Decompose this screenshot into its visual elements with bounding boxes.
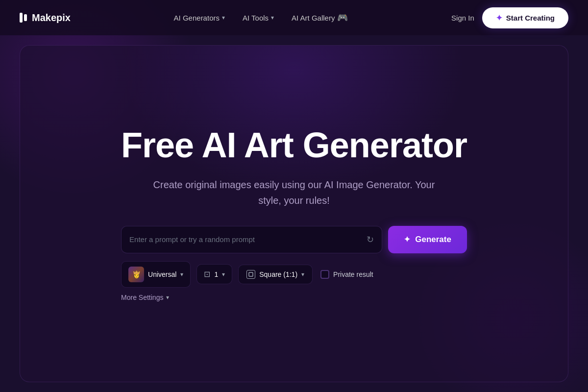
- chevron-down-icon: ▾: [222, 14, 225, 21]
- generate-sparkle-icon: ✦: [404, 235, 410, 244]
- navigation: Makepix AI Generators ▾ AI Tools ▾ AI Ar…: [0, 0, 588, 35]
- logo-bar-1: [20, 13, 23, 23]
- logo-text: Makepix: [32, 12, 71, 24]
- main-container: Free AI Art Generator Create original im…: [20, 45, 568, 382]
- logo-bar-2: [24, 14, 27, 21]
- private-result[interactable]: Private result: [320, 270, 373, 279]
- nav-links: AI Generators ▾ AI Tools ▾ AI Art Galler…: [174, 12, 348, 23]
- private-label: Private result: [333, 270, 373, 278]
- hero-subtitle: Create original images easily using our …: [152, 177, 436, 208]
- svg-rect-0: [249, 272, 253, 276]
- image-count-icon: ⊡: [204, 270, 210, 279]
- refresh-icon[interactable]: ↻: [367, 234, 374, 245]
- hero-title: Free AI Art Generator: [121, 126, 467, 165]
- more-settings-label: More Settings: [121, 294, 163, 301]
- sign-in-button[interactable]: Sign In: [451, 14, 474, 22]
- model-thumbnail: 👸: [128, 267, 144, 282]
- more-settings[interactable]: More Settings ▾: [121, 294, 467, 301]
- nav-ai-generators[interactable]: AI Generators ▾: [174, 14, 225, 22]
- count-value: 1: [214, 270, 218, 278]
- discord-icon: 🎮: [337, 12, 348, 23]
- prompt-input-wrapper: ↻: [121, 226, 382, 253]
- nav-ai-tools[interactable]: AI Tools ▾: [243, 14, 274, 22]
- prompt-input[interactable]: [129, 226, 367, 252]
- model-name: Universal: [148, 270, 176, 278]
- logo[interactable]: Makepix: [20, 12, 71, 24]
- settings-row: 👸 Universal ▾ ⊡ 1 ▾ Square (1:1) ▾: [121, 261, 467, 288]
- count-chevron-icon: ▾: [222, 271, 225, 278]
- private-checkbox[interactable]: [320, 270, 329, 279]
- nav-ai-art-gallery[interactable]: AI Art Gallery 🎮: [292, 12, 348, 23]
- prompt-row: ↻ ✦ Generate: [121, 226, 467, 253]
- more-settings-chevron-icon: ▾: [166, 294, 169, 301]
- start-creating-button[interactable]: ✦ Start Creating: [482, 7, 568, 28]
- aspect-ratio-icon: [246, 270, 255, 279]
- nav-actions: Sign In ✦ Start Creating: [451, 7, 568, 28]
- aspect-chevron-icon: ▾: [301, 271, 304, 278]
- model-selector[interactable]: 👸 Universal ▾: [121, 261, 191, 288]
- model-thumbnail-inner: 👸: [128, 267, 144, 282]
- hero-content: Free AI Art Generator Create original im…: [101, 126, 487, 301]
- model-chevron-icon: ▾: [180, 271, 183, 278]
- logo-icon: [20, 13, 27, 23]
- sparkle-icon: ✦: [496, 13, 502, 23]
- aspect-label: Square (1:1): [259, 270, 297, 278]
- chevron-down-icon: ▾: [271, 14, 274, 21]
- aspect-selector[interactable]: Square (1:1) ▾: [238, 265, 313, 284]
- count-selector[interactable]: ⊡ 1 ▾: [196, 264, 232, 284]
- generate-button[interactable]: ✦ Generate: [388, 226, 467, 253]
